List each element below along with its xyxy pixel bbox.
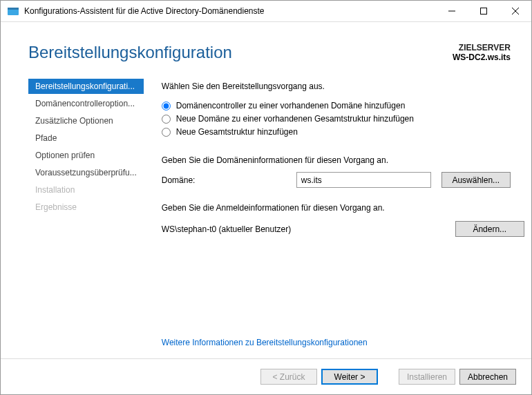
more-info-link[interactable]: Weitere Informationen zu Bereitstellungs… bbox=[162, 338, 524, 347]
domain-form-row: Domäne: Auswählen... bbox=[162, 172, 524, 188]
sidebar-item-paths[interactable]: Pfade bbox=[28, 131, 144, 146]
svg-rect-3 bbox=[481, 8, 487, 15]
radio-add-dc-existing-domain-label: Domänencontroller zu einer vorhandenen D… bbox=[176, 101, 406, 110]
radio-new-domain-existing-forest[interactable]: Neue Domäne zu einer vorhandenen Gesamts… bbox=[162, 114, 524, 124]
app-icon bbox=[8, 6, 19, 17]
current-user-text: WS\stephan-t0 (aktueller Benutzer) bbox=[162, 224, 445, 234]
cancel-button[interactable]: Abbrechen bbox=[459, 369, 516, 385]
radio-add-dc-existing-domain[interactable]: Domänencontroller zu einer vorhandenen D… bbox=[162, 101, 524, 110]
window-title: Konfigurations-Assistent für die Active … bbox=[24, 6, 436, 16]
target-server-label: ZIELSERVER bbox=[453, 43, 511, 52]
install-button: Installieren bbox=[399, 369, 455, 385]
target-server-value: WS-DC2.ws.its bbox=[453, 52, 511, 62]
sidebar-item-review-options[interactable]: Optionen prüfen bbox=[28, 148, 144, 163]
next-button[interactable]: Weiter > bbox=[321, 369, 378, 385]
radio-new-forest-input[interactable] bbox=[162, 128, 171, 137]
credentials-section: Geben Sie die Anmeldeinformationen für d… bbox=[162, 203, 524, 237]
sidebar-item-deployment-config[interactable]: Bereitstellungskonfigurati... bbox=[28, 79, 144, 94]
target-server-block: ZIELSERVER WS-DC2.ws.its bbox=[453, 43, 511, 62]
domain-field-label: Domäne: bbox=[162, 175, 296, 185]
minimize-button[interactable] bbox=[436, 1, 468, 21]
sidebar: Bereitstellungskonfigurati... Domänencon… bbox=[28, 70, 144, 358]
footer-buttons: < Zurück Weiter > Installieren Abbrechen bbox=[1, 358, 531, 394]
wizard-window: Konfigurations-Assistent für die Active … bbox=[0, 0, 532, 395]
radio-new-domain-existing-forest-label: Neue Domäne zu einer vorhandenen Gesamts… bbox=[176, 114, 414, 124]
credentials-row: WS\stephan-t0 (aktueller Benutzer) Änder… bbox=[162, 221, 524, 237]
radio-new-forest-label: Neue Gesamtstruktur hinzufügen bbox=[176, 127, 298, 137]
domain-info-label: Geben Sie die Domäneninformationen für d… bbox=[162, 155, 524, 165]
sidebar-item-results: Ergebnisse bbox=[28, 200, 144, 215]
back-button: < Zurück bbox=[260, 369, 317, 385]
domain-input[interactable] bbox=[296, 172, 431, 188]
page-title: Bereitstellungskonfiguration bbox=[28, 43, 453, 62]
main-panel: Wählen Sie den Bereitstellungsvorgang au… bbox=[144, 70, 524, 358]
radio-add-dc-existing-domain-input[interactable] bbox=[162, 102, 171, 110]
credentials-label: Geben Sie die Anmeldeinformationen für d… bbox=[162, 203, 524, 213]
sidebar-item-dc-options[interactable]: Domänencontrolleroption... bbox=[28, 96, 144, 111]
titlebar: Konfigurations-Assistent für die Active … bbox=[1, 1, 531, 22]
svg-rect-1 bbox=[8, 8, 19, 10]
maximize-button[interactable] bbox=[468, 1, 500, 21]
body-area: Bereitstellungskonfigurati... Domänencon… bbox=[1, 70, 531, 358]
change-credentials-button[interactable]: Ändern... bbox=[455, 221, 524, 237]
select-domain-button[interactable]: Auswählen... bbox=[441, 172, 511, 188]
radio-new-domain-existing-forest-input[interactable] bbox=[162, 115, 171, 124]
domain-info-section: Geben Sie die Domäneninformationen für d… bbox=[162, 155, 524, 188]
close-button[interactable] bbox=[500, 1, 531, 21]
sidebar-item-additional-options[interactable]: Zusätzliche Optionen bbox=[28, 113, 144, 128]
radio-new-forest[interactable]: Neue Gesamtstruktur hinzufügen bbox=[162, 127, 524, 137]
content-area: Bereitstellungskonfiguration ZIELSERVER … bbox=[1, 22, 531, 394]
window-controls bbox=[436, 1, 531, 21]
sidebar-item-prereq-check[interactable]: Voraussetzungsüberprüfu... bbox=[28, 165, 144, 180]
page-header: Bereitstellungskonfiguration ZIELSERVER … bbox=[1, 22, 531, 70]
sidebar-item-installation: Installation bbox=[28, 182, 144, 198]
deployment-instruction: Wählen Sie den Bereitstellungsvorgang au… bbox=[162, 81, 524, 91]
